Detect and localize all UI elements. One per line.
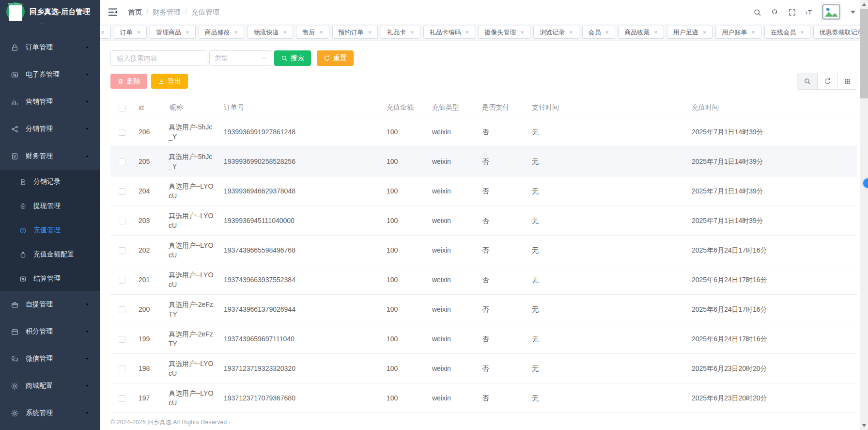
table-row-205[interactable]: 205真选用户-5hJc_Y1939936990258528256100weix… [110,146,857,176]
sidebar-item-微信管理[interactable]: 微信管理 [0,345,100,372]
tab-订单[interactable]: 订单× [114,26,147,39]
sidebar-item-积分管理[interactable]: 积分管理 [0,318,100,345]
tab-close-icon[interactable]: × [368,29,372,35]
sidebar-item-商城配置[interactable]: 商城配置 [0,372,100,399]
sidebar-subitem-结算管理[interactable]: 结算管理 [0,267,100,291]
column-header-充值金额[interactable]: 充值金额 [382,98,427,117]
breadcrumb-item-充值管理[interactable]: 充值管理 [191,8,219,17]
column-header-id[interactable]: id [134,98,165,117]
tab-close-icon[interactable]: × [137,29,141,35]
search-button[interactable]: 搜索 [274,50,311,66]
tab-close-icon[interactable]: × [319,29,323,35]
scrollbar-down-arrow-icon[interactable] [862,424,866,427]
tab-close-icon[interactable]: × [101,29,105,35]
tab-售后[interactable]: 售后× [296,26,329,39]
fullscreen-icon[interactable] [788,8,796,16]
row-checkbox[interactable] [119,188,125,195]
column-header-充值类型[interactable]: 充值类型 [427,98,477,117]
table-row-199[interactable]: 199真选用户-2eFzTY1937439659697111040100weix… [110,324,857,353]
row-checkbox[interactable] [119,336,125,343]
tab-礼品卡编码[interactable]: 礼品卡编码× [423,26,476,39]
row-checkbox[interactable] [119,306,125,313]
tab-会员[interactable]: 会员× [582,26,616,39]
column-header-支付时间[interactable]: 支付时间 [527,98,687,117]
table-row-198[interactable]: 198真选用户--LYOcU1937123719323320320100weix… [110,353,857,383]
menu-fold-icon[interactable] [108,7,118,17]
sidebar-item-订单管理[interactable]: 订单管理 [0,34,100,61]
table-row-203[interactable]: 203真选用户--LYOcU1939936945111040000100weix… [110,206,857,235]
column-header-是否支付[interactable]: 是否支付 [477,98,527,117]
table-columns-button[interactable] [837,73,857,89]
sidebar-item-营销管理[interactable]: 营销管理 [0,88,100,115]
select-all-checkbox[interactable] [119,105,125,111]
tab-close-icon[interactable]: × [410,29,414,35]
vertical-scrollbar[interactable] [860,0,868,430]
tab-close-icon[interactable]: × [605,29,609,35]
table-row-197[interactable]: 197真选用户--LYOcU1937123717079367680100weix… [110,383,857,413]
tab-close-icon[interactable]: × [465,29,469,35]
table-row-204[interactable]: 204真选用户--LYOcU1939936946629378048100weix… [110,176,857,206]
tab-用户足迹[interactable]: 用户足迹× [667,26,713,39]
table-row-200[interactable]: 200真选用户-2eFzTY1937439661379026944100weix… [110,294,857,324]
sidebar-subitem-分销记录[interactable]: 分销记录 [0,170,100,194]
sidebar-item-分销管理[interactable]: 分销管理 [0,115,100,143]
row-checkbox[interactable] [119,159,125,165]
scrollbar-up-arrow-icon[interactable] [862,3,866,6]
tab-管理商品[interactable]: 管理商品× [150,26,196,39]
sidebar-subitem-充值管理[interactable]: 充值管理 [0,218,100,242]
row-checkbox[interactable] [119,129,125,136]
avatar[interactable] [821,2,841,22]
sidebar-item-系统管理[interactable]: 系统管理 [0,399,100,427]
font-size-icon[interactable]: TT [806,9,812,16]
tab-close-icon[interactable]: × [569,29,573,35]
scrollbar-thumb[interactable] [860,9,868,98]
row-checkbox[interactable] [119,247,125,254]
table-row-202[interactable]: 202真选用户--LYOcU1937439665598496768100weix… [110,235,857,265]
tab-物流快递[interactable]: 物流快递× [247,26,293,39]
tab-close-icon[interactable]: × [283,29,287,35]
breadcrumb-item-财务管理[interactable]: 财务管理 [153,8,181,17]
tab-礼品卡[interactable]: 礼品卡× [381,26,420,39]
sidebar-subitem-充值金额配置[interactable]: 充值金额配置 [0,242,100,267]
row-checkbox[interactable] [119,277,125,284]
tab-浏览记录[interactable]: 浏览记录× [533,26,579,39]
tab-用户账单[interactable]: 用户账单× [715,26,761,39]
tab-close-icon[interactable]: × [186,29,189,35]
table-refresh-button[interactable] [817,73,837,89]
tab-close-icon[interactable]: × [751,29,755,35]
reset-button[interactable]: 重置 [317,50,354,66]
row-checkbox[interactable] [119,395,125,402]
breadcrumb-item-首页[interactable]: 首页 [128,8,142,17]
tab-close-icon[interactable]: × [703,29,707,35]
sidebar-subitem-提现管理[interactable]: 提现管理 [0,194,100,218]
tab-close-icon[interactable]: × [520,29,524,35]
github-icon[interactable] [771,8,779,16]
sidebar-item-财务管理[interactable]: 财务管理 [0,143,100,170]
row-checkbox[interactable] [119,366,125,372]
sidebar-item-电子券管理[interactable]: 电子券管理 [0,61,100,88]
column-header-订单号[interactable]: 订单号 [219,98,382,117]
tab-记录[interactable]: 记录× [100,26,111,39]
tab-close-icon[interactable]: × [654,29,658,35]
search-input[interactable] [110,50,207,66]
column-header-昵称[interactable]: 昵称 [165,98,219,117]
type-select[interactable]: 类型 [209,50,272,66]
tab-摄像头管理[interactable]: 摄像头管理× [478,26,530,39]
search-icon[interactable] [753,8,761,16]
tab-优惠券领取记录[interactable]: 优惠券领取记录× [813,26,868,39]
delete-button[interactable]: 删除 [110,74,147,89]
caret-down-icon[interactable] [851,11,855,14]
table-search-toggle-button[interactable] [797,73,817,89]
table-row-201[interactable]: 201真选用户--LYOcU1937439663937552384100weix… [110,265,857,294]
tab-close-icon[interactable]: × [800,29,804,35]
column-header-充值时间[interactable]: 充值时间 [687,98,857,117]
export-button[interactable]: 导出 [151,74,188,89]
sidebar-item-自提管理[interactable]: 自提管理 [0,291,100,318]
tab-预约订单[interactable]: 预约订单× [332,26,378,39]
tab-在线会员[interactable]: 在线会员× [764,26,810,39]
tab-close-icon[interactable]: × [234,29,238,35]
tab-商品收藏[interactable]: 商品收藏× [618,26,664,39]
table-row-206[interactable]: 206真选用户-5hJc_Y1939936991927861248100weix… [110,117,857,146]
row-checkbox[interactable] [119,218,125,224]
tab-商品修改[interactable]: 商品修改× [199,26,245,39]
